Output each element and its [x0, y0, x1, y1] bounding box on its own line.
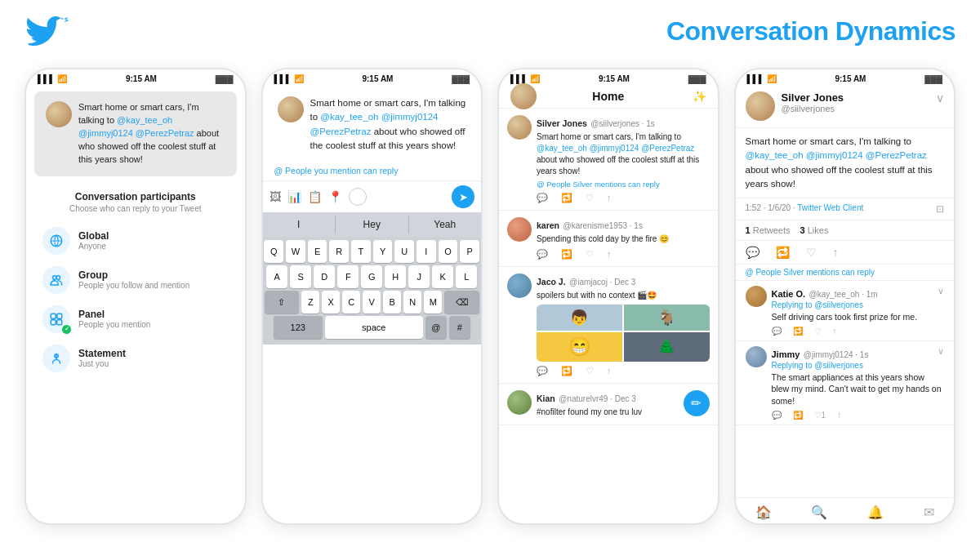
tweet3-reply-action[interactable]: 💬 — [537, 366, 548, 376]
page-wrapper: Conversation Dynamics ▌▌▌ 📶 9:15 AM ▓▓▓ — [0, 0, 980, 547]
cp-title: Conversation participants — [38, 191, 234, 202]
key-o[interactable]: O — [439, 240, 458, 263]
header: Conversation Dynamics — [24, 16, 956, 53]
key-i[interactable]: I — [416, 240, 436, 263]
key-at[interactable]: @ — [425, 316, 447, 339]
key-d[interactable]: D — [314, 265, 335, 288]
participant-group[interactable]: Group People you follow and mention — [38, 260, 234, 300]
participant-panel[interactable]: Panel People you mention — [38, 300, 234, 339]
tweet1-avatar — [507, 115, 532, 140]
key-y[interactable]: Y — [373, 240, 393, 263]
panel-check-badge — [61, 324, 72, 335]
key-v[interactable]: V — [363, 291, 381, 314]
reply2-rt[interactable]: 🔁 — [793, 411, 803, 420]
reply1-like[interactable]: ♡ — [814, 327, 822, 336]
key-backspace[interactable]: ⌫ — [444, 291, 479, 314]
phone3-header-title: Home — [592, 90, 624, 103]
phone4-embed-icon[interactable]: ⊡ — [936, 203, 944, 215]
reply2-share[interactable]: ↑ — [837, 411, 841, 420]
reply2-like[interactable]: ♡1 — [814, 411, 826, 420]
reply1-more[interactable]: ∨ — [938, 286, 944, 296]
phone4-like-action[interactable]: ♡ — [806, 246, 817, 259]
phone4-retweet-action[interactable]: 🔁 — [776, 246, 790, 259]
phone4-tweet-actions: 💬 🔁 ♡ ↑ — [736, 241, 955, 265]
tweet2-reply-action[interactable]: 💬 — [537, 249, 548, 260]
key-space[interactable]: space — [325, 316, 423, 339]
key-f[interactable]: F — [337, 265, 359, 288]
tweet3-actions: 💬 🔁 ♡ ↑ — [507, 366, 710, 376]
key-x[interactable]: X — [322, 291, 340, 314]
participant-statement[interactable]: Statement Just you — [38, 339, 234, 378]
sparkle-icon[interactable]: ✨ — [693, 90, 706, 103]
key-m[interactable]: M — [424, 291, 442, 314]
nav-search-icon[interactable]: 🔍 — [811, 505, 827, 520]
key-q[interactable]: Q — [264, 240, 283, 263]
tweet-card-4: Kian @naturelvr49 · Dec 3 #nofilter foun… — [499, 384, 718, 425]
sug-2[interactable]: Hey — [336, 216, 409, 233]
tweet3-retweet-action[interactable]: 🔁 — [561, 366, 572, 376]
phone-2: ▌▌▌📶 9:15 AM ▓▓▓ Smart home or smart car… — [261, 68, 483, 525]
phone1-status-bar: ▌▌▌ 📶 9:15 AM ▓▓▓ — [26, 69, 245, 85]
nav-home-icon[interactable]: 🏠 — [755, 505, 772, 520]
key-g[interactable]: G — [361, 265, 382, 288]
key-t[interactable]: T — [351, 240, 371, 263]
group-icon — [42, 266, 70, 294]
reply2-more[interactable]: ∨ — [938, 346, 944, 357]
location-tool[interactable]: 📍 — [328, 190, 342, 203]
key-k[interactable]: K — [432, 265, 453, 288]
key-c[interactable]: C — [342, 291, 360, 314]
phone4-reply-action[interactable]: 💬 — [746, 246, 760, 259]
key-e[interactable]: E — [308, 240, 327, 263]
key-s[interactable]: S — [290, 265, 311, 288]
tweet-card-1: Silver Jones @siilverjones · 1s Smart ho… — [499, 109, 718, 211]
global-icon — [42, 227, 70, 255]
nav-notifications-icon[interactable]: 🔔 — [867, 505, 884, 520]
key-u[interactable]: U — [394, 240, 414, 263]
phone4-more-icon[interactable]: ∨ — [936, 91, 944, 105]
participant-global[interactable]: Global Anyone — [38, 221, 234, 260]
reply2-reply[interactable]: 💬 — [772, 411, 782, 420]
reply1-avatar — [746, 286, 767, 307]
key-123[interactable]: 123 — [274, 316, 323, 339]
key-j[interactable]: J — [408, 265, 430, 288]
reply1-reply[interactable]: 💬 — [772, 327, 782, 336]
tweet1-retweet-action[interactable]: 🔁 — [561, 193, 572, 203]
key-h[interactable]: H — [385, 265, 406, 288]
sug-1[interactable]: I — [263, 216, 336, 233]
phone3-user-avatar[interactable] — [510, 83, 537, 109]
tweet-img-4: 🌲 — [624, 332, 710, 362]
key-a[interactable]: A — [266, 265, 287, 288]
phone1-signal: ▌▌▌ — [38, 74, 55, 83]
tweet2-like-action[interactable]: ♡ — [586, 249, 594, 260]
key-r[interactable]: R — [329, 240, 349, 263]
phone4-share-action[interactable]: ↑ — [833, 246, 839, 259]
key-hash[interactable]: # — [449, 316, 470, 339]
tweet1-reply-action[interactable]: 💬 — [537, 193, 548, 203]
key-w[interactable]: W — [286, 240, 305, 263]
key-p[interactable]: P — [460, 240, 479, 263]
tweet3-share-action[interactable]: ↑ — [607, 366, 612, 376]
sug-3[interactable]: Yeah — [409, 216, 482, 233]
key-l[interactable]: L — [456, 265, 477, 288]
keyboard-grid: Q W E R T Y U I O P A S D — [263, 237, 482, 345]
image-tool[interactable]: 🖼 — [270, 190, 281, 203]
tweet1-like-action[interactable]: ♡ — [586, 193, 594, 203]
poll-tool[interactable]: 📋 — [308, 190, 322, 203]
key-b[interactable]: B — [383, 291, 401, 314]
tweet-img-1: 👦 — [537, 305, 622, 331]
tweet3-like-action[interactable]: ♡ — [586, 366, 594, 376]
nav-messages-icon[interactable]: ✉ — [924, 505, 934, 520]
reply1-rt[interactable]: 🔁 — [793, 327, 803, 336]
compose-fab[interactable]: ✏ — [684, 390, 710, 416]
phone2-signal: ▌▌▌ — [274, 74, 292, 83]
reply1-share[interactable]: ↑ — [833, 327, 837, 336]
gif-tool[interactable]: 📊 — [287, 190, 301, 203]
key-shift[interactable]: ⇧ — [265, 291, 300, 314]
send-button[interactable]: ➤ — [452, 185, 474, 208]
tweet2-share-action[interactable]: ↑ — [607, 249, 612, 260]
key-n[interactable]: N — [403, 291, 421, 314]
tweet1-share-action[interactable]: ↑ — [607, 193, 612, 203]
tweet2-retweet-action[interactable]: 🔁 — [561, 249, 572, 260]
key-z[interactable]: Z — [301, 291, 319, 314]
reply-card-2: Jimmy @jimmyj0124 · 1s ∨ Replying to @si… — [736, 341, 955, 425]
